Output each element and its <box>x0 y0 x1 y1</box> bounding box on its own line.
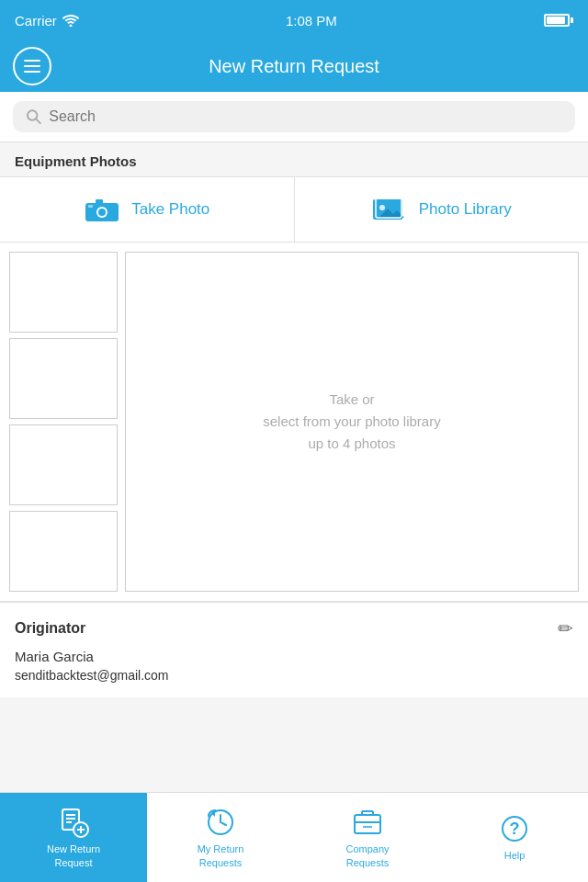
svg-point-10 <box>379 205 385 210</box>
take-photo-label: Take Photo <box>131 200 209 219</box>
photo-thumb-1[interactable] <box>9 252 118 333</box>
svg-point-4 <box>98 209 106 216</box>
tab-help-label: Help <box>504 849 526 862</box>
svg-rect-5 <box>96 199 103 204</box>
photo-main-text: Take orselect from your photo libraryup … <box>263 389 440 455</box>
page-title: New Return Request <box>209 56 379 77</box>
tab-new-return[interactable]: New ReturnRequest <box>0 793 147 882</box>
menu-button[interactable] <box>13 47 51 85</box>
tab-new-return-label: New ReturnRequest <box>47 842 100 869</box>
photo-actions: Take Photo Photo Library <box>0 177 588 243</box>
carrier-info: Carrier <box>15 13 79 28</box>
photo-library-button[interactable]: Photo Library <box>295 177 589 242</box>
originator-header: Originator ✏ <box>15 617 573 639</box>
camera-icon <box>84 196 120 223</box>
tab-bar: New ReturnRequest My ReturnRequests Comp… <box>0 792 588 882</box>
tab-my-returns-label: My ReturnRequests <box>198 842 244 869</box>
svg-rect-6 <box>88 205 93 208</box>
svg-line-1 <box>36 119 40 123</box>
photo-main-area[interactable]: Take orselect from your photo libraryup … <box>125 252 579 592</box>
search-bar <box>0 92 588 142</box>
search-icon <box>26 108 41 125</box>
photo-library-label: Photo Library <box>419 200 512 219</box>
photo-library-icon <box>371 196 408 223</box>
originator-name: Maria Garcia <box>15 649 573 664</box>
edit-pencil-icon[interactable]: ✏ <box>558 617 573 639</box>
my-returns-icon <box>204 806 237 839</box>
equipment-photos-label: Equipment Photos <box>0 142 588 177</box>
wifi-icon <box>62 15 79 27</box>
svg-text:?: ? <box>510 820 520 838</box>
help-icon: ? <box>498 812 531 845</box>
status-bar: Carrier 1:08 PM <box>0 0 588 40</box>
tab-company-requests-label: CompanyRequests <box>345 842 389 869</box>
photo-grid-area: Take orselect from your photo libraryup … <box>0 243 588 602</box>
tab-company-requests[interactable]: CompanyRequests <box>294 793 441 882</box>
originator-section: Originator ✏ Maria Garcia senditbacktest… <box>0 602 588 697</box>
photo-thumb-3[interactable] <box>9 424 118 505</box>
tab-help[interactable]: ? Help <box>441 793 588 882</box>
originator-email: senditbacktest@gmail.com <box>15 668 573 683</box>
header: New Return Request <box>0 40 588 92</box>
hamburger-icon <box>24 60 40 73</box>
carrier-text: Carrier <box>15 13 57 28</box>
svg-rect-20 <box>355 815 380 833</box>
tab-my-returns[interactable]: My ReturnRequests <box>147 793 294 882</box>
search-input[interactable] <box>49 108 562 125</box>
battery-indicator <box>544 14 573 27</box>
originator-title: Originator <box>15 620 85 637</box>
company-requests-icon <box>351 806 384 839</box>
photo-thumbnails <box>9 252 118 592</box>
new-return-icon <box>57 806 90 839</box>
search-input-wrap[interactable] <box>13 101 575 132</box>
photo-thumb-2[interactable] <box>9 338 118 419</box>
take-photo-button[interactable]: Take Photo <box>0 177 295 242</box>
photo-thumb-4[interactable] <box>9 511 118 592</box>
time-display: 1:08 PM <box>286 13 337 28</box>
